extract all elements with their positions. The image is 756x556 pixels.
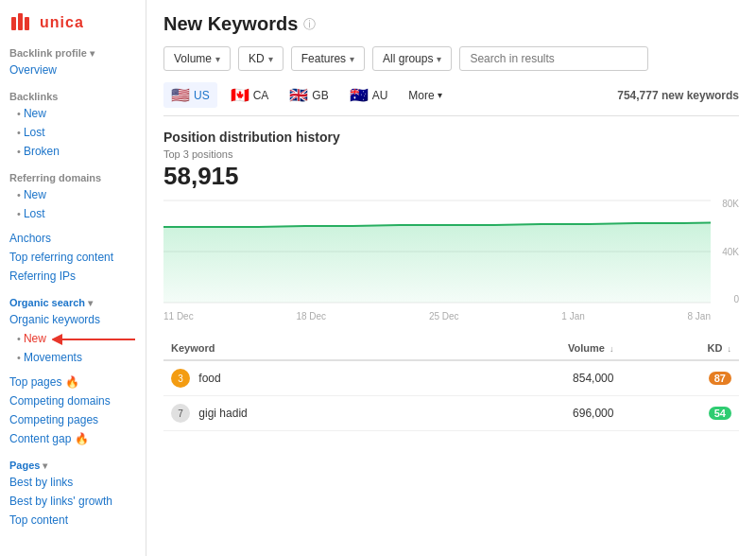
features-button[interactable]: Features ▾ bbox=[291, 46, 365, 71]
chart-value: 58,915 bbox=[163, 162, 739, 191]
sidebar-item-backlinks-lost[interactable]: Lost bbox=[0, 123, 146, 142]
svg-rect-1 bbox=[18, 13, 23, 30]
arrow-annotation bbox=[52, 331, 137, 348]
sidebar-item-content-gap[interactable]: Content gap 🔥 bbox=[0, 429, 146, 448]
y-label-40k: 40K bbox=[722, 247, 739, 257]
au-flag-icon: 🇦🇺 bbox=[350, 86, 369, 104]
country-tab-ca[interactable]: 🇨🇦 CA bbox=[223, 82, 277, 108]
pages-section-title[interactable]: Pages ▾ bbox=[0, 454, 146, 473]
page-title: New Keywords ⓘ bbox=[163, 13, 739, 35]
svg-rect-0 bbox=[11, 17, 16, 30]
position-badge: 3 bbox=[171, 369, 190, 388]
sidebar-item-best-by-links-growth[interactable]: Best by links' growth bbox=[0, 492, 146, 511]
y-axis-labels: 80K 40K 0 bbox=[722, 199, 739, 321]
info-icon[interactable]: ⓘ bbox=[303, 16, 316, 33]
sidebar: unica Backlink profile ▾ Overview Backli… bbox=[0, 0, 146, 556]
table-section: Keyword Volume ↓ KD ↓ 3 food 854,000 bbox=[163, 337, 739, 431]
volume-chevron-icon: ▾ bbox=[215, 54, 220, 64]
sidebar-item-organic-keywords[interactable]: Organic keywords bbox=[0, 310, 146, 329]
sidebar-item-backlinks-new[interactable]: New bbox=[0, 104, 146, 123]
chart-svg bbox=[163, 199, 711, 304]
kd-sort-icon: ↓ bbox=[728, 344, 732, 354]
sidebar-item-best-by-links[interactable]: Best by links bbox=[0, 473, 146, 492]
us-flag-icon: 🇺🇸 bbox=[171, 86, 190, 104]
sidebar-item-top-referring[interactable]: Top referring content bbox=[0, 248, 146, 267]
sidebar-item-competing-domains[interactable]: Competing domains bbox=[0, 391, 146, 410]
col-keyword: Keyword bbox=[163, 337, 438, 360]
sidebar-item-referring-new[interactable]: New bbox=[0, 185, 146, 204]
table-header-row: Keyword Volume ↓ KD ↓ bbox=[163, 337, 739, 360]
backlink-profile-section: Backlink profile ▾ bbox=[0, 42, 146, 61]
chart-title: Position distribution history bbox=[163, 130, 739, 145]
x-label-8jan: 8 Jan bbox=[688, 311, 711, 321]
chart-subtitle: Top 3 positions bbox=[163, 148, 739, 160]
table-row: 3 food 854,000 87 bbox=[163, 360, 739, 396]
chevron-down-icon: ▾ bbox=[90, 48, 94, 59]
position-badge: 7 bbox=[171, 404, 190, 423]
more-countries-button[interactable]: More ▾ bbox=[401, 85, 449, 106]
x-label-11dec: 11 Dec bbox=[163, 311, 194, 321]
all-groups-button[interactable]: All groups ▾ bbox=[372, 46, 452, 71]
table-row: 7 gigi hadid 696,000 54 bbox=[163, 396, 739, 431]
col-kd[interactable]: KD ↓ bbox=[621, 337, 739, 360]
sidebar-item-top-pages[interactable]: Top pages 🔥 bbox=[0, 373, 146, 391]
chart-section: Position distribution history Top 3 posi… bbox=[163, 130, 739, 321]
volume-cell: 854,000 bbox=[438, 360, 622, 396]
country-tab-gb[interactable]: 🇬🇧 GB bbox=[282, 82, 335, 108]
pages-chevron-icon: ▾ bbox=[43, 460, 47, 471]
keywords-table: Keyword Volume ↓ KD ↓ 3 food 854,000 bbox=[163, 337, 739, 431]
country-tab-au[interactable]: 🇦🇺 AU bbox=[342, 82, 396, 108]
x-label-18dec: 18 Dec bbox=[296, 311, 326, 321]
backlinks-section-title: Backlinks bbox=[0, 85, 146, 104]
sidebar-item-referring-lost[interactable]: Lost bbox=[0, 204, 146, 223]
svg-marker-8 bbox=[163, 222, 711, 303]
kd-button[interactable]: KD ▾ bbox=[238, 46, 284, 71]
organic-search-section-title[interactable]: Organic search ▾ bbox=[0, 291, 146, 310]
y-label-0: 0 bbox=[722, 294, 739, 304]
all-groups-chevron-icon: ▾ bbox=[437, 54, 441, 64]
features-chevron-icon: ▾ bbox=[350, 54, 354, 64]
chart-container: 80K 40K 0 11 Dec 18 Dec 25 Dec 1 Jan 8 J… bbox=[163, 199, 739, 321]
more-chevron-icon: ▾ bbox=[438, 90, 442, 100]
keyword-cell: 7 gigi hadid bbox=[163, 396, 438, 431]
sidebar-item-organic-movements[interactable]: Movements bbox=[0, 348, 146, 367]
sidebar-item-anchors[interactable]: Anchors bbox=[0, 229, 146, 248]
kd-cell: 87 bbox=[621, 360, 739, 396]
sidebar-item-overview[interactable]: Overview bbox=[0, 61, 146, 79]
x-axis-labels: 11 Dec 18 Dec 25 Dec 1 Jan 8 Jan bbox=[163, 311, 711, 321]
kd-chevron-icon: ▾ bbox=[268, 54, 273, 64]
organic-search-chevron-icon: ▾ bbox=[88, 298, 93, 308]
referring-domains-section-title: Referring domains bbox=[0, 166, 146, 185]
svg-rect-2 bbox=[25, 17, 29, 30]
toolbar: Volume ▾ KD ▾ Features ▾ All groups ▾ bbox=[163, 46, 739, 71]
x-label-25dec: 25 Dec bbox=[429, 311, 459, 321]
sidebar-item-backlinks-broken[interactable]: Broken bbox=[0, 142, 146, 161]
country-tabs: 🇺🇸 US 🇨🇦 CA 🇬🇧 GB 🇦🇺 AU More ▾ 754,777 n… bbox=[163, 82, 739, 116]
gb-flag-icon: 🇬🇧 bbox=[289, 86, 308, 104]
volume-cell: 696,000 bbox=[438, 396, 622, 431]
col-volume[interactable]: Volume ↓ bbox=[438, 337, 622, 360]
country-tab-us[interactable]: 🇺🇸 US bbox=[163, 82, 217, 108]
kd-badge: 54 bbox=[709, 407, 731, 420]
sidebar-item-competing-pages[interactable]: Competing pages bbox=[0, 410, 146, 429]
y-label-80k: 80K bbox=[722, 199, 739, 209]
search-input[interactable] bbox=[459, 46, 648, 71]
main-content: New Keywords ⓘ Volume ▾ KD ▾ Features ▾ … bbox=[146, 0, 756, 556]
keyword-cell: 3 food bbox=[163, 360, 438, 396]
sidebar-item-referring-ips[interactable]: Referring IPs bbox=[0, 267, 146, 286]
sidebar-item-organic-new[interactable]: New bbox=[0, 329, 56, 348]
kd-badge: 87 bbox=[709, 372, 731, 385]
kd-cell: 54 bbox=[621, 396, 739, 431]
sidebar-item-top-content[interactable]: Top content bbox=[0, 511, 146, 530]
volume-button[interactable]: Volume ▾ bbox=[163, 46, 231, 71]
ca-flag-icon: 🇨🇦 bbox=[231, 86, 249, 104]
logo-icon bbox=[9, 9, 36, 36]
keyword-count: 754,777 new keywords bbox=[617, 89, 739, 102]
logo: unica bbox=[0, 0, 146, 42]
x-label-1jan: 1 Jan bbox=[561, 311, 584, 321]
logo-text: unica bbox=[40, 14, 84, 31]
sort-icon: ↓ bbox=[610, 344, 614, 354]
